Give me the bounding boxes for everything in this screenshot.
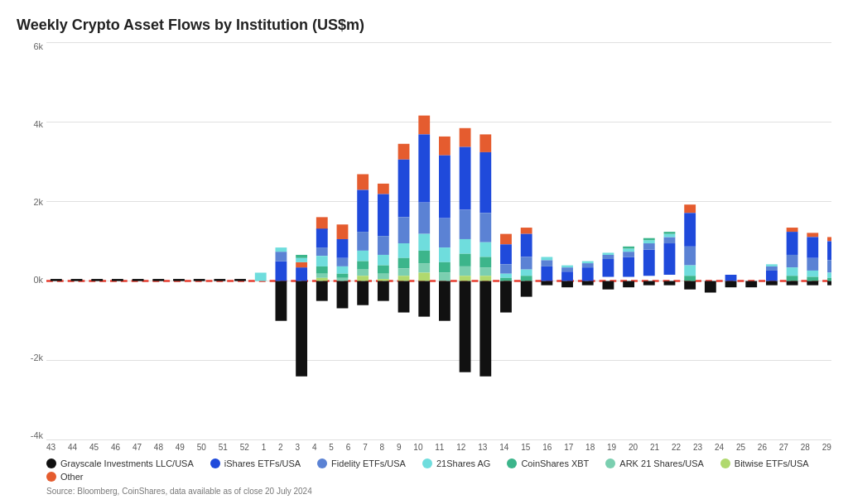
svg-rect-3 [91, 279, 103, 281]
x-label: 23 [693, 443, 702, 452]
svg-rect-36 [357, 174, 369, 190]
x-label: 26 [758, 443, 767, 452]
y-label-4k: 4k [33, 120, 43, 129]
svg-rect-132 [664, 232, 676, 234]
svg-rect-93 [500, 264, 512, 273]
svg-rect-87 [479, 257, 491, 267]
x-label: 10 [413, 443, 422, 452]
x-label: 3 [296, 443, 301, 452]
svg-rect-51 [378, 281, 389, 301]
svg-rect-75 [460, 128, 471, 147]
y-label-2k: 2k [33, 198, 43, 207]
x-label: 1 [262, 443, 267, 452]
svg-rect-106 [541, 281, 552, 286]
x-label: 6 [346, 443, 351, 452]
x-label: 49 [176, 443, 185, 452]
y-label-neg2k: -2k [31, 353, 43, 362]
x-label: 51 [219, 443, 228, 452]
svg-rect-63 [418, 234, 430, 251]
svg-rect-64 [418, 251, 430, 263]
x-label: 14 [499, 443, 508, 452]
svg-rect-144 [766, 271, 778, 281]
svg-rect-39 [357, 251, 369, 262]
svg-rect-141 [725, 275, 737, 281]
legend-item-grayscale: Grayscale Investments LLC/USA [46, 458, 194, 468]
svg-rect-151 [787, 267, 798, 276]
svg-rect-99 [521, 257, 532, 269]
svg-rect-68 [439, 137, 450, 156]
svg-rect-83 [479, 134, 491, 152]
svg-rect-138 [684, 276, 696, 281]
x-label: 43 [46, 443, 55, 452]
svg-rect-29 [337, 224, 349, 239]
svg-rect-130 [664, 237, 676, 243]
chart-container: Weekly Crypto Asset Flows by Institution… [0, 0, 848, 504]
svg-rect-131 [664, 234, 676, 238]
svg-rect-115 [603, 259, 614, 277]
svg-rect-71 [439, 247, 450, 262]
svg-rect-9 [214, 279, 225, 281]
legend-item-fidelity: Fidelity ETFs/USA [317, 458, 406, 468]
x-label: 45 [89, 443, 99, 452]
grid-and-bars: 6k 4k 2k 0k -2k -4k [17, 42, 831, 440]
svg-rect-72 [439, 262, 450, 273]
svg-rect-8 [194, 279, 205, 281]
svg-rect-117 [603, 252, 614, 255]
svg-rect-145 [766, 266, 778, 271]
svg-rect-1 [51, 279, 62, 281]
legend-color-coinshares [507, 458, 517, 468]
svg-rect-2 [71, 279, 83, 281]
svg-rect-158 [807, 277, 818, 281]
svg-rect-11 [255, 272, 267, 281]
svg-rect-111 [582, 267, 594, 281]
svg-rect-24 [316, 256, 328, 266]
x-label: 2 [278, 443, 283, 452]
svg-rect-125 [643, 243, 655, 250]
svg-rect-42 [357, 276, 369, 281]
svg-rect-120 [623, 252, 634, 257]
x-label: 46 [111, 443, 120, 452]
svg-rect-79 [460, 254, 471, 266]
svg-rect-57 [398, 268, 410, 276]
x-label: 52 [240, 443, 249, 452]
svg-rect-133 [664, 281, 676, 286]
svg-rect-150 [787, 255, 798, 267]
x-label: 9 [397, 443, 402, 452]
x-label: 8 [380, 443, 385, 452]
legend-color-other [46, 472, 56, 482]
svg-rect-163 [827, 272, 831, 277]
svg-rect-126 [643, 240, 655, 243]
svg-rect-67 [418, 281, 430, 317]
svg-rect-164 [827, 278, 831, 281]
svg-rect-34 [337, 278, 349, 281]
x-label: 22 [672, 443, 681, 452]
svg-rect-52 [398, 144, 410, 160]
svg-rect-136 [684, 247, 696, 266]
svg-rect-104 [541, 260, 552, 266]
svg-rect-30 [337, 239, 349, 258]
x-label: 24 [715, 443, 724, 452]
svg-rect-92 [500, 244, 512, 264]
svg-rect-90 [479, 281, 491, 377]
svg-rect-47 [378, 255, 389, 266]
svg-rect-114 [582, 281, 594, 286]
svg-rect-49 [378, 274, 389, 279]
svg-rect-62 [418, 203, 430, 234]
x-label: 28 [801, 443, 810, 452]
svg-rect-161 [827, 242, 831, 261]
svg-rect-147 [766, 281, 778, 286]
svg-rect-94 [500, 274, 512, 278]
svg-rect-140 [705, 281, 716, 293]
svg-rect-165 [827, 281, 831, 286]
svg-rect-113 [582, 262, 594, 264]
svg-rect-89 [479, 276, 491, 281]
svg-rect-148 [787, 228, 798, 232]
svg-rect-40 [357, 262, 369, 270]
svg-rect-31 [337, 258, 349, 266]
svg-rect-121 [623, 248, 634, 252]
svg-rect-48 [378, 266, 389, 274]
svg-rect-109 [561, 266, 573, 268]
svg-rect-10 [234, 279, 246, 281]
svg-rect-4 [112, 279, 123, 281]
svg-rect-58 [398, 276, 410, 281]
